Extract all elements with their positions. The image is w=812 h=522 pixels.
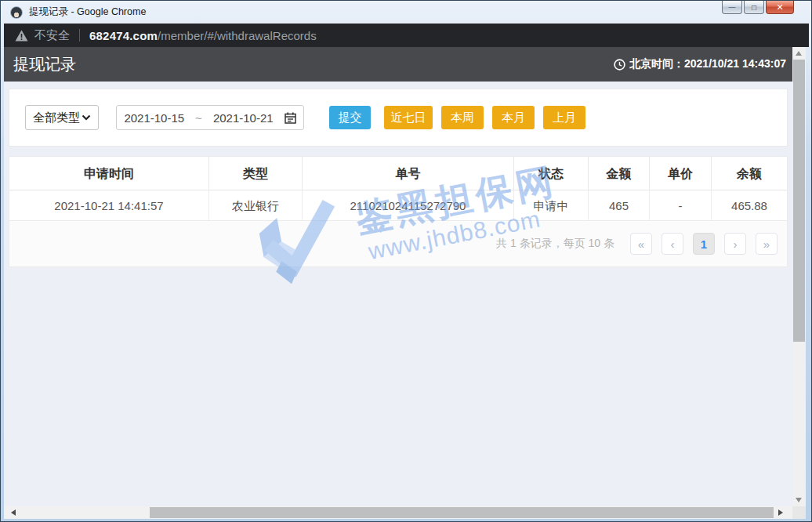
minimize-button[interactable]: —	[722, 1, 742, 14]
scroll-down-icon[interactable]	[796, 498, 802, 502]
records-table: 申请时间 类型 单号 状态 金额 单价 余额 2021-10-21 14:41:…	[9, 156, 788, 267]
prev-page-button[interactable]: ‹	[662, 233, 683, 255]
scrollbar-corner	[792, 506, 806, 519]
site-favicon-icon	[10, 6, 23, 19]
cell-balance: 465.88	[712, 190, 787, 221]
pagination-summary: 共 1 条记录，每页 10 条	[496, 237, 614, 251]
cell-apply-time: 2021-10-21 14:41:57	[9, 190, 209, 221]
scroll-right-icon[interactable]	[778, 509, 783, 516]
url-domain: 682474.com	[89, 29, 158, 42]
type-select[interactable]: 全部类型	[25, 105, 99, 130]
horizontal-scrollbar[interactable]	[4, 506, 792, 519]
url-bar[interactable]: 不安全 682474.com /member/#/withdrawalRecor…	[4, 24, 809, 47]
col-header-status: 状态	[514, 157, 589, 190]
quick-last7days-button[interactable]: 近七日	[384, 106, 433, 129]
vertical-scrollbar[interactable]	[792, 47, 806, 506]
page-1-button[interactable]: 1	[693, 233, 715, 255]
beijing-time: 北京时间：2021/10/21 14:43:07	[614, 57, 786, 71]
date-separator: ~	[195, 111, 202, 125]
table-row: 2021-10-21 14:41:57 农业银行 211021024115272…	[9, 190, 787, 221]
scroll-up-icon[interactable]	[796, 51, 802, 56]
next-page-button[interactable]: ›	[724, 233, 746, 255]
cell-status: 申请中	[514, 190, 589, 221]
vertical-scrollbar-thumb[interactable]	[793, 60, 805, 342]
date-range-input[interactable]: 2021-10-15 ~ 2021-10-21	[116, 105, 304, 130]
url-separator	[79, 29, 80, 42]
clock-icon	[614, 59, 625, 71]
maximize-button[interactable]: □	[744, 1, 764, 14]
quick-lastmonth-button[interactable]: 上月	[543, 106, 585, 129]
cell-order-no: 211021024115272790	[303, 190, 514, 221]
warning-icon[interactable]	[15, 30, 28, 42]
calendar-icon	[285, 112, 296, 124]
window-title: 提现记录 - Google Chrome	[29, 5, 146, 19]
date-start-value: 2021-10-15	[124, 111, 184, 125]
submit-button[interactable]: 提交	[329, 106, 371, 129]
page-title: 提现记录	[13, 54, 76, 75]
cell-unit-price: -	[650, 190, 712, 221]
window-controls: — □ ✕	[722, 1, 794, 14]
filter-panel: 全部类型 2021-10-15 ~ 2021-10-21 提交	[9, 89, 788, 147]
date-end-value: 2021-10-21	[213, 111, 274, 125]
minimize-icon: —	[729, 3, 736, 11]
cell-type: 农业银行	[209, 190, 303, 221]
table-header-row: 申请时间 类型 单号 状态 金额 单价 余额	[9, 157, 787, 190]
type-select-value: 全部类型	[33, 111, 80, 125]
col-header-amount: 金额	[589, 157, 650, 190]
col-header-balance: 余额	[712, 157, 787, 190]
scroll-left-icon[interactable]	[11, 509, 16, 516]
pagination-bar: 共 1 条记录，每页 10 条 « ‹ 1 › »	[9, 221, 787, 266]
close-icon: ✕	[776, 2, 783, 13]
cell-amount: 465	[589, 190, 650, 221]
not-secure-label: 不安全	[34, 28, 70, 43]
quick-thisweek-button[interactable]: 本周	[441, 106, 484, 129]
page-header: 提现记录 北京时间：2021/10/21 14:43:07	[4, 47, 792, 82]
first-page-button[interactable]: «	[630, 233, 652, 255]
close-button[interactable]: ✕	[766, 1, 794, 14]
col-header-unit-price: 单价	[650, 157, 712, 190]
page-content: 全部类型 2021-10-15 ~ 2021-10-21 提交	[4, 82, 792, 506]
col-header-apply-time: 申请时间	[9, 157, 209, 190]
col-header-order-no: 单号	[303, 157, 514, 190]
chevron-down-icon	[82, 114, 91, 121]
window-titlebar[interactable]: 提现记录 - Google Chrome — □ ✕	[1, 1, 812, 24]
browser-window: 提现记录 - Google Chrome — □ ✕ 不安全 682474.co…	[0, 0, 812, 522]
horizontal-scrollbar-thumb[interactable]	[150, 507, 774, 518]
beijing-time-label: 北京时间：2021/10/21 14:43:07	[629, 57, 786, 71]
maximize-icon: □	[752, 3, 756, 12]
col-header-type: 类型	[209, 157, 303, 190]
url-path: /member/#/withdrawalRecords	[158, 29, 317, 42]
quick-thismonth-button[interactable]: 本月	[492, 106, 535, 129]
last-page-button[interactable]: »	[756, 233, 778, 255]
